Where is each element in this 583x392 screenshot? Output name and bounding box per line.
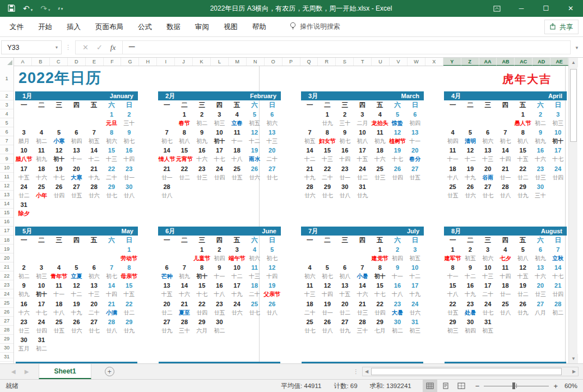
lunar-cell[interactable] xyxy=(336,209,354,218)
date-cell[interactable] xyxy=(406,335,424,344)
date-cell[interactable]: 9 xyxy=(15,281,33,290)
date-cell[interactable]: 4 xyxy=(371,110,388,119)
lunar-cell[interactable]: 廿八 xyxy=(318,326,336,335)
date-cell[interactable]: 26 xyxy=(263,299,281,308)
row-header-22[interactable]: 22 xyxy=(0,271,13,280)
lunar-cell[interactable]: 廿二 xyxy=(175,173,193,182)
lunar-cell[interactable]: 十七 xyxy=(371,290,388,299)
date-cell[interactable] xyxy=(549,200,567,209)
date-cell[interactable] xyxy=(531,317,549,326)
date-cell[interactable] xyxy=(50,245,68,254)
column-header-V[interactable]: V xyxy=(390,58,408,66)
lunar-cell[interactable]: 初十 xyxy=(33,290,50,299)
row-header-20[interactable]: 20 xyxy=(0,253,13,262)
column-header-O[interactable]: O xyxy=(265,58,283,66)
ribbon-display-options-icon[interactable] xyxy=(484,0,509,17)
date-cell[interactable]: 3 xyxy=(33,263,50,272)
normal-view-button[interactable] xyxy=(423,380,437,392)
page-break-view-button[interactable] xyxy=(454,380,469,392)
date-cell[interactable]: 23 xyxy=(121,164,138,173)
lunar-cell[interactable]: 十五 xyxy=(121,290,138,299)
lunar-cell[interactable]: 初二 xyxy=(549,308,567,317)
weekday-label[interactable]: 三 xyxy=(336,100,354,110)
lunar-cell[interactable] xyxy=(68,119,85,128)
date-cell[interactable]: 29 xyxy=(103,182,120,191)
lunar-cell[interactable]: 十六 xyxy=(531,155,549,164)
lunar-cell[interactable] xyxy=(444,119,461,128)
date-cell[interactable]: 2 xyxy=(15,263,33,272)
lunar-cell[interactable]: 十一 xyxy=(211,272,228,281)
date-cell[interactable]: 15 xyxy=(175,146,193,155)
lunar-cell[interactable]: 七月 xyxy=(371,326,388,335)
lunar-cell[interactable]: 十一 xyxy=(444,155,461,164)
date-cell[interactable]: 9 xyxy=(193,128,211,137)
lunar-cell[interactable]: 廿七 xyxy=(263,173,281,182)
column-header-AB[interactable]: AB xyxy=(497,58,515,66)
date-cell[interactable]: 29 xyxy=(318,182,336,191)
lunar-cell[interactable]: 十一 xyxy=(68,155,85,164)
lunar-cell[interactable]: 初八 xyxy=(514,254,531,263)
date-cell[interactable]: 14 xyxy=(85,146,103,155)
date-cell[interactable]: 4 xyxy=(246,245,263,254)
date-cell[interactable]: 29 xyxy=(371,317,388,326)
column-header-AA[interactable]: AA xyxy=(479,58,497,66)
lunar-cell[interactable]: 十一 xyxy=(444,272,461,281)
lunar-cell[interactable]: 十三 xyxy=(479,272,497,281)
lunar-cell[interactable]: 建军节 xyxy=(444,254,461,263)
date-cell[interactable]: 11 xyxy=(246,263,263,272)
lunar-cell[interactable]: 廿五 xyxy=(211,308,228,317)
date-cell[interactable]: 28 xyxy=(549,299,567,308)
lunar-cell[interactable] xyxy=(193,209,211,218)
lunar-cell[interactable]: 廿九 xyxy=(336,326,354,335)
date-cell[interactable]: 22 xyxy=(193,299,211,308)
column-header-A[interactable]: A xyxy=(14,58,32,66)
lunar-cell[interactable]: 十七 xyxy=(388,155,406,164)
date-cell[interactable]: 19 xyxy=(318,299,336,308)
lunar-cell[interactable]: 十三 xyxy=(246,272,263,281)
column-header-K[interactable]: K xyxy=(193,58,211,66)
column-header-Z[interactable]: Z xyxy=(461,58,479,66)
column-header-L[interactable]: L xyxy=(211,58,229,66)
date-cell[interactable] xyxy=(50,110,68,119)
lunar-cell[interactable]: 二十 xyxy=(479,290,497,299)
lunar-cell[interactable]: 十六 xyxy=(33,173,50,182)
date-cell[interactable]: 1 xyxy=(318,110,336,119)
lunar-cell[interactable]: 十五 xyxy=(158,290,175,299)
row-header-28[interactable]: 28 xyxy=(0,326,13,335)
lunar-cell[interactable]: 情人节 xyxy=(158,155,175,164)
month-header[interactable]: 2月February xyxy=(158,91,281,100)
date-cell[interactable] xyxy=(301,335,318,344)
ribbon-tab-8[interactable]: 视图 xyxy=(216,17,245,37)
column-header-M[interactable]: M xyxy=(229,58,247,66)
lunar-cell[interactable]: 初六 xyxy=(103,137,120,146)
lunar-cell[interactable] xyxy=(479,209,497,218)
lunar-cell[interactable]: 廿九 xyxy=(121,326,138,335)
weekday-label[interactable]: 二 xyxy=(318,236,336,245)
lunar-cell[interactable] xyxy=(354,254,371,263)
lunar-cell[interactable]: 惊蛰 xyxy=(388,119,406,128)
lunar-cell[interactable]: 廿六 xyxy=(461,191,479,200)
lunar-cell[interactable] xyxy=(121,344,138,353)
lunar-cell[interactable]: 廿七 xyxy=(301,326,318,335)
lunar-cell[interactable]: 初五 xyxy=(461,254,479,263)
horizontal-scroll-thumb[interactable] xyxy=(371,368,562,375)
date-cell[interactable]: 2 xyxy=(461,245,479,254)
lunar-cell[interactable]: 初八 xyxy=(336,272,354,281)
lunar-cell[interactable] xyxy=(406,191,424,200)
lunar-cell[interactable] xyxy=(246,209,263,218)
column-header-AE[interactable]: AE xyxy=(550,58,568,66)
weekday-label[interactable]: 四 xyxy=(354,100,371,110)
lunar-cell[interactable]: 十三 xyxy=(318,155,336,164)
lunar-cell[interactable]: 清明 xyxy=(461,137,479,146)
date-cell[interactable]: 16 xyxy=(336,146,354,155)
weekday-label[interactable]: 日 xyxy=(121,236,138,245)
lunar-cell[interactable]: 处暑 xyxy=(461,308,479,317)
date-cell[interactable]: 3 xyxy=(15,128,33,137)
date-cell[interactable]: 26 xyxy=(388,164,406,173)
weekday-label[interactable]: 四 xyxy=(354,236,371,245)
date-cell[interactable]: 19 xyxy=(514,281,531,290)
date-cell[interactable]: 25 xyxy=(33,182,50,191)
date-cell[interactable]: 14 xyxy=(158,146,175,155)
lunar-cell[interactable]: 初四 xyxy=(211,254,228,263)
date-cell[interactable]: 13 xyxy=(479,146,497,155)
